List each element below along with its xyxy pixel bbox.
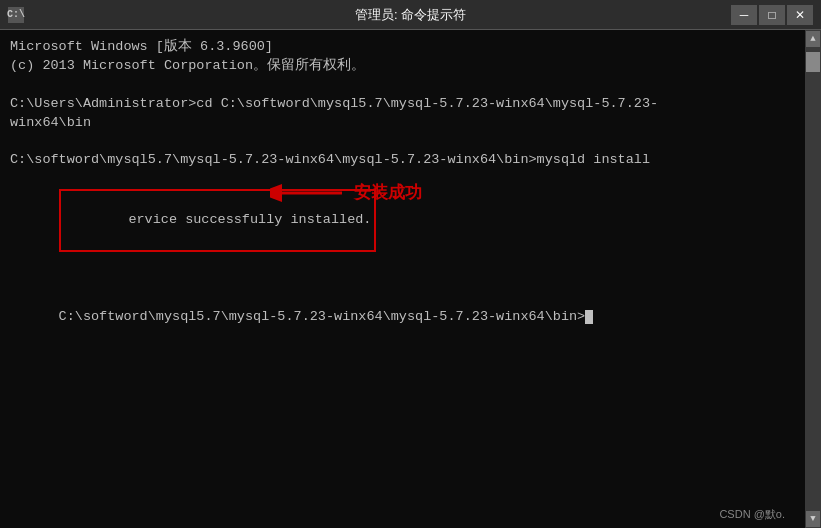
terminal-line-6	[10, 132, 795, 151]
arrow-icon	[270, 178, 350, 208]
terminal-line-4: C:\Users\Administrator>cd C:\softword\my…	[10, 95, 795, 114]
annotation-container: 安装成功	[270, 178, 422, 208]
scrollbar-thumb[interactable]	[806, 52, 820, 72]
title-bar: C:\ 管理员: 命令提示符 ─ □ ✕	[0, 0, 821, 30]
maximize-button[interactable]: □	[759, 5, 785, 25]
title-bar-left: C:\	[8, 7, 24, 23]
cursor-block	[585, 310, 593, 324]
scrollbar[interactable]: ▲ ▼	[805, 30, 821, 528]
annotation-text: 安装成功	[354, 181, 422, 205]
watermark: CSDN @默o.	[719, 507, 785, 522]
cmd-icon: C:\	[8, 7, 24, 23]
terminal-line-7: C:\softword\mysql5.7\mysql-5.7.23-winx64…	[10, 151, 795, 170]
window-title: 管理员: 命令提示符	[355, 6, 466, 24]
minimize-button[interactable]: ─	[731, 5, 757, 25]
window-controls: ─ □ ✕	[731, 5, 813, 25]
terminal-line-5: winx64\bin	[10, 114, 795, 133]
scroll-down-arrow[interactable]: ▼	[806, 511, 820, 527]
terminal-line-9	[10, 271, 795, 290]
terminal-prompt-line: C:\softword\mysql5.7\mysql-5.7.23-winx64…	[10, 290, 795, 347]
terminal-line-3	[10, 76, 795, 95]
close-button[interactable]: ✕	[787, 5, 813, 25]
terminal-line-1: Microsoft Windows [版本 6.3.9600]	[10, 38, 795, 57]
terminal-line-2: (c) 2013 Microsoft Corporation。保留所有权利。	[10, 57, 795, 76]
terminal-area: Microsoft Windows [版本 6.3.9600] (c) 2013…	[0, 30, 805, 528]
scroll-up-arrow[interactable]: ▲	[806, 31, 820, 47]
